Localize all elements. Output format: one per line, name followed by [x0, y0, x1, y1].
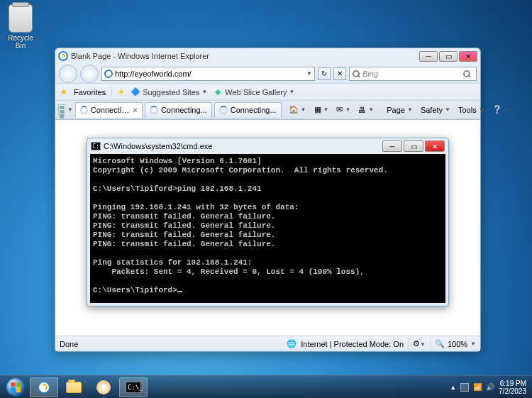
zone-text: Internet | Protected Mode: On [301, 340, 404, 348]
tools-menu[interactable]: Tools▼ [455, 102, 487, 118]
volume-icon[interactable]: 🔊 [486, 383, 494, 392]
minimize-button[interactable]: ─ [419, 51, 438, 62]
maximize-button[interactable]: ▭ [439, 51, 458, 62]
recycle-bin-label: Recycle Bin [3, 34, 38, 50]
refresh-button[interactable]: ↻ [318, 67, 331, 80]
cmd-titlebar[interactable]: C: C:\Windows\system32\cmd.exe ─ ▭ ✕ [87, 138, 448, 154]
system-tray: ▲ 📶 🔊 6:19 PM 7/2/2023 [450, 380, 529, 395]
cmd-maximize-button[interactable]: ▭ [404, 140, 423, 152]
back-button[interactable] [59, 65, 77, 83]
tab-3[interactable]: Connecting... [214, 102, 282, 118]
loading-icon [150, 106, 158, 114]
media-player-icon [96, 380, 111, 394]
zoom-control[interactable]: 🔍 100% ▼ [435, 339, 476, 348]
ie-icon [58, 51, 68, 61]
taskbar: C:\_ ▲ 📶 🔊 6:19 PM 7/2/2023 [0, 375, 532, 398]
cmd-output[interactable]: Microsoft Windows [Version 6.1.7601] Cop… [90, 154, 445, 303]
url-dropdown-icon[interactable]: ▼ [306, 70, 312, 77]
taskbar-media-player[interactable] [89, 377, 118, 397]
quick-tabs-button[interactable] [58, 104, 65, 116]
tab-1[interactable]: Connecting... × [75, 102, 143, 118]
chevron-down-icon: ▼ [201, 89, 207, 95]
favorites-star-icon[interactable]: ★ [60, 87, 68, 97]
search-placeholder: Bing [362, 70, 378, 78]
folder-icon [66, 382, 82, 393]
trash-icon [9, 4, 33, 33]
cmd-window: C: C:\Windows\system32\cmd.exe ─ ▭ ✕ Mic… [87, 138, 449, 306]
help-button[interactable]: ❔▼ [489, 102, 513, 118]
taskbar-explorer[interactable] [60, 377, 88, 397]
protected-mode-icon[interactable]: ⚙▼ [413, 339, 426, 348]
loading-icon [219, 106, 228, 114]
tray-overflow-button[interactable]: ▲ [450, 384, 456, 391]
tray-clock[interactable]: 6:19 PM 7/2/2023 [499, 380, 526, 395]
cmd-close-button[interactable]: ✕ [425, 140, 445, 152]
tab-2[interactable]: Connecting... [145, 102, 212, 118]
slice-icon: ◆ [213, 87, 223, 97]
close-button[interactable]: ✕ [459, 51, 477, 62]
site-icon [104, 70, 113, 78]
stop-button[interactable]: ✕ [333, 67, 346, 80]
chevron-down-icon: ▼ [289, 89, 295, 95]
cmd-icon: C: [91, 142, 101, 150]
ie-statusbar: Done 🌐 Internet | Protected Mode: On ⚙▼ … [55, 336, 480, 351]
cmd-minimize-button[interactable]: ─ [382, 140, 402, 152]
forward-button[interactable] [80, 65, 99, 83]
loading-icon [80, 106, 88, 114]
separator [111, 87, 112, 98]
taskbar-cmd[interactable]: C:\_ [119, 377, 148, 397]
web-slice-link[interactable]: ◆ Web Slice Gallery ▼ [213, 87, 294, 97]
print-button[interactable]: 🖶▼ [355, 102, 377, 118]
status-text: Done [60, 340, 78, 348]
address-bar[interactable]: ▼ [101, 67, 315, 81]
url-input[interactable] [115, 70, 304, 78]
cmd-icon: C:\_ [126, 382, 141, 393]
tab-toolbar-row: ▼ Connecting... × Connecting... Connecti… [55, 101, 480, 119]
ie-titlebar[interactable]: Blank Page - Windows Internet Explorer ─… [55, 48, 480, 64]
ie-icon [38, 381, 50, 394]
windows-orb-icon [6, 378, 25, 397]
page-menu[interactable]: Page▼ [384, 102, 416, 118]
nav-row: ▼ ↻ ✕ Bing [55, 64, 480, 84]
favorites-bar: ★ Favorites ★ 🔷 Suggested Sites ▼ ◆ Web … [55, 84, 480, 101]
start-button[interactable] [3, 377, 28, 397]
search-icon [353, 70, 360, 77]
feeds-button[interactable]: ▦▼ [311, 102, 332, 118]
recycle-bin[interactable]: Recycle Bin [3, 4, 38, 50]
zoom-icon: 🔍 [435, 339, 445, 348]
safety-menu[interactable]: Safety▼ [418, 102, 453, 118]
search-box[interactable]: Bing [349, 67, 477, 81]
cmd-title-text: C:\Windows\system32\cmd.exe [104, 142, 381, 150]
action-center-icon[interactable] [460, 383, 469, 392]
network-icon[interactable]: 📶 [473, 383, 482, 392]
favorites-label[interactable]: Favorites [74, 88, 106, 96]
search-go-icon[interactable] [463, 70, 470, 77]
ie-title: Blank Page - Windows Internet Explorer [71, 52, 418, 60]
taskbar-ie[interactable] [30, 377, 58, 397]
tab-close-icon[interactable]: × [133, 106, 137, 114]
suggested-sites-link[interactable]: 🔷 Suggested Sites ▼ [131, 87, 207, 97]
tab-list-dropdown[interactable]: ▼ [67, 106, 73, 113]
home-button[interactable]: 🏠▼ [286, 102, 309, 118]
mail-button[interactable]: ✉▼ [333, 102, 353, 118]
suggested-icon: 🔷 [131, 87, 140, 97]
globe-icon: 🌐 [287, 339, 297, 348]
add-favorite-icon[interactable]: ★ [118, 87, 125, 96]
